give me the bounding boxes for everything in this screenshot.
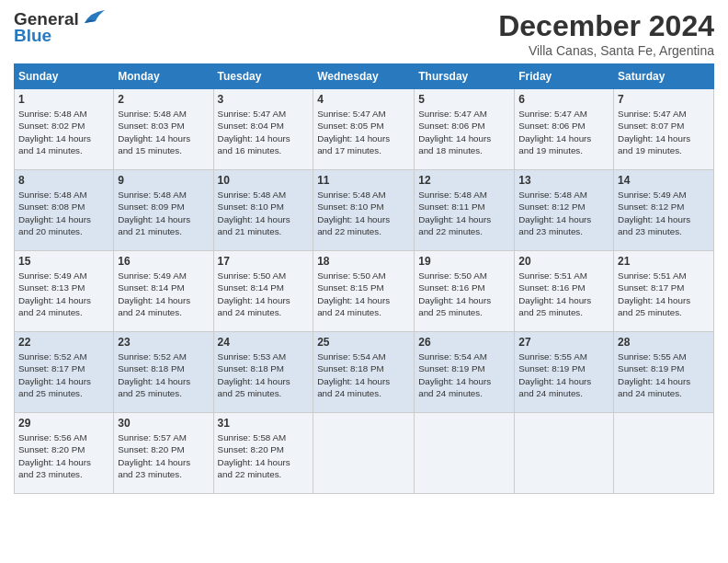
calendar-week-row: 29Sunrise: 5:56 AMSunset: 8:20 PMDayligh…: [15, 413, 714, 494]
day-info: Sunrise: 5:49 AMSunset: 8:12 PMDaylight:…: [618, 189, 710, 237]
day-info: Sunrise: 5:54 AMSunset: 8:19 PMDaylight:…: [418, 350, 510, 399]
day-number: 1: [18, 92, 109, 107]
day-info: Sunrise: 5:47 AMSunset: 8:04 PMDaylight:…: [218, 108, 310, 156]
day-info: Sunrise: 5:48 AMSunset: 8:10 PMDaylight:…: [317, 189, 410, 237]
day-info: Sunrise: 5:58 AMSunset: 8:20 PMDaylight:…: [218, 431, 310, 480]
day-info: Sunrise: 5:51 AMSunset: 8:16 PMDaylight:…: [518, 270, 609, 318]
calendar-cell: [415, 413, 515, 494]
day-number: 17: [218, 254, 310, 269]
calendar-cell: 12Sunrise: 5:48 AMSunset: 8:11 PMDayligh…: [415, 170, 515, 251]
day-number: 26: [418, 335, 510, 350]
calendar-cell: 5Sunrise: 5:47 AMSunset: 8:06 PMDaylight…: [415, 89, 515, 170]
calendar-cell: 27Sunrise: 5:55 AMSunset: 8:19 PMDayligh…: [515, 332, 614, 413]
col-friday: Friday: [515, 64, 614, 89]
day-info: Sunrise: 5:48 AMSunset: 8:11 PMDaylight:…: [418, 189, 510, 237]
day-info: Sunrise: 5:50 AMSunset: 8:14 PMDaylight:…: [218, 270, 310, 318]
day-info: Sunrise: 5:48 AMSunset: 8:02 PMDaylight:…: [18, 108, 109, 156]
page: General Blue December 2024 Villa Canas, …: [0, 0, 728, 563]
day-number: 11: [317, 173, 410, 188]
calendar-cell: 24Sunrise: 5:53 AMSunset: 8:18 PMDayligh…: [213, 332, 313, 413]
calendar-cell: 2Sunrise: 5:48 AMSunset: 8:03 PMDaylight…: [114, 89, 213, 170]
calendar-cell: 22Sunrise: 5:52 AMSunset: 8:17 PMDayligh…: [15, 332, 114, 413]
calendar-cell: 31Sunrise: 5:58 AMSunset: 8:20 PMDayligh…: [213, 413, 313, 494]
calendar-cell: 18Sunrise: 5:50 AMSunset: 8:15 PMDayligh…: [313, 251, 415, 332]
col-monday: Monday: [114, 64, 213, 89]
day-number: 14: [618, 173, 710, 188]
title-block: December 2024 Villa Canas, Santa Fe, Arg…: [498, 9, 714, 58]
calendar-cell: 6Sunrise: 5:47 AMSunset: 8:06 PMDaylight…: [515, 89, 614, 170]
col-saturday: Saturday: [614, 64, 714, 89]
calendar-cell: 25Sunrise: 5:54 AMSunset: 8:18 PMDayligh…: [313, 332, 415, 413]
calendar-cell: 21Sunrise: 5:51 AMSunset: 8:17 PMDayligh…: [614, 251, 714, 332]
calendar-cell: 20Sunrise: 5:51 AMSunset: 8:16 PMDayligh…: [515, 251, 614, 332]
calendar-header: Sunday Monday Tuesday Wednesday Thursday…: [15, 64, 714, 89]
day-info: Sunrise: 5:54 AMSunset: 8:18 PMDaylight:…: [317, 350, 410, 399]
day-number: 2: [118, 92, 209, 107]
day-number: 7: [618, 92, 710, 107]
col-tuesday: Tuesday: [213, 64, 313, 89]
day-number: 19: [418, 254, 510, 269]
calendar-body: 1Sunrise: 5:48 AMSunset: 8:02 PMDaylight…: [15, 89, 714, 494]
day-number: 9: [118, 173, 209, 188]
days-of-week-row: Sunday Monday Tuesday Wednesday Thursday…: [15, 64, 714, 89]
day-info: Sunrise: 5:47 AMSunset: 8:06 PMDaylight:…: [518, 108, 609, 156]
day-number: 5: [418, 92, 510, 107]
day-number: 24: [218, 335, 310, 350]
day-number: 22: [18, 335, 109, 350]
day-number: 12: [418, 173, 510, 188]
day-info: Sunrise: 5:50 AMSunset: 8:16 PMDaylight:…: [418, 270, 510, 318]
calendar-cell: 28Sunrise: 5:55 AMSunset: 8:19 PMDayligh…: [614, 332, 714, 413]
col-wednesday: Wednesday: [313, 64, 415, 89]
day-info: Sunrise: 5:49 AMSunset: 8:13 PMDaylight:…: [18, 270, 109, 318]
day-info: Sunrise: 5:47 AMSunset: 8:05 PMDaylight:…: [317, 108, 410, 156]
calendar-cell: 7Sunrise: 5:47 AMSunset: 8:07 PMDaylight…: [614, 89, 714, 170]
calendar-cell: 30Sunrise: 5:57 AMSunset: 8:20 PMDayligh…: [114, 413, 213, 494]
day-number: 4: [317, 92, 410, 107]
calendar-cell: 15Sunrise: 5:49 AMSunset: 8:13 PMDayligh…: [15, 251, 114, 332]
day-info: Sunrise: 5:51 AMSunset: 8:17 PMDaylight:…: [618, 270, 710, 318]
day-info: Sunrise: 5:50 AMSunset: 8:15 PMDaylight:…: [317, 270, 410, 318]
day-number: 8: [18, 173, 109, 188]
day-info: Sunrise: 5:52 AMSunset: 8:17 PMDaylight:…: [18, 350, 109, 399]
calendar-week-row: 1Sunrise: 5:48 AMSunset: 8:02 PMDaylight…: [15, 89, 714, 170]
calendar-cell: 19Sunrise: 5:50 AMSunset: 8:16 PMDayligh…: [415, 251, 515, 332]
calendar-cell: 29Sunrise: 5:56 AMSunset: 8:20 PMDayligh…: [15, 413, 114, 494]
calendar-cell: 4Sunrise: 5:47 AMSunset: 8:05 PMDaylight…: [313, 89, 415, 170]
calendar-cell: 26Sunrise: 5:54 AMSunset: 8:19 PMDayligh…: [415, 332, 515, 413]
day-info: Sunrise: 5:52 AMSunset: 8:18 PMDaylight:…: [118, 350, 209, 399]
logo: General Blue: [14, 9, 105, 46]
day-info: Sunrise: 5:47 AMSunset: 8:06 PMDaylight:…: [418, 108, 510, 156]
calendar-cell: 16Sunrise: 5:49 AMSunset: 8:14 PMDayligh…: [114, 251, 213, 332]
calendar-cell: 8Sunrise: 5:48 AMSunset: 8:08 PMDaylight…: [15, 170, 114, 251]
day-number: 23: [118, 335, 209, 350]
col-sunday: Sunday: [15, 64, 114, 89]
calendar-cell: 23Sunrise: 5:52 AMSunset: 8:18 PMDayligh…: [114, 332, 213, 413]
calendar-week-row: 15Sunrise: 5:49 AMSunset: 8:13 PMDayligh…: [15, 251, 714, 332]
day-number: 16: [118, 254, 209, 269]
day-number: 6: [518, 92, 609, 107]
calendar-week-row: 8Sunrise: 5:48 AMSunset: 8:08 PMDaylight…: [15, 170, 714, 251]
calendar-cell: [515, 413, 614, 494]
calendar-cell: 13Sunrise: 5:48 AMSunset: 8:12 PMDayligh…: [515, 170, 614, 251]
day-number: 25: [317, 335, 410, 350]
day-info: Sunrise: 5:48 AMSunset: 8:03 PMDaylight:…: [118, 108, 209, 156]
month-title: December 2024: [498, 9, 714, 43]
calendar-cell: 3Sunrise: 5:47 AMSunset: 8:04 PMDaylight…: [213, 89, 313, 170]
day-info: Sunrise: 5:49 AMSunset: 8:14 PMDaylight:…: [118, 270, 209, 318]
day-info: Sunrise: 5:55 AMSunset: 8:19 PMDaylight:…: [618, 350, 710, 399]
day-number: 3: [218, 92, 310, 107]
calendar-cell: 14Sunrise: 5:49 AMSunset: 8:12 PMDayligh…: [614, 170, 714, 251]
day-number: 10: [218, 173, 310, 188]
day-info: Sunrise: 5:48 AMSunset: 8:09 PMDaylight:…: [118, 189, 209, 237]
day-info: Sunrise: 5:48 AMSunset: 8:08 PMDaylight:…: [18, 189, 109, 237]
day-number: 21: [618, 254, 710, 269]
day-info: Sunrise: 5:47 AMSunset: 8:07 PMDaylight:…: [618, 108, 710, 156]
day-info: Sunrise: 5:53 AMSunset: 8:18 PMDaylight:…: [218, 350, 310, 399]
calendar-table: Sunday Monday Tuesday Wednesday Thursday…: [14, 63, 714, 494]
day-info: Sunrise: 5:56 AMSunset: 8:20 PMDaylight:…: [18, 431, 109, 480]
calendar-cell: 9Sunrise: 5:48 AMSunset: 8:09 PMDaylight…: [114, 170, 213, 251]
day-info: Sunrise: 5:57 AMSunset: 8:20 PMDaylight:…: [118, 431, 209, 480]
day-number: 18: [317, 254, 410, 269]
logo-bird-icon: [81, 8, 105, 27]
calendar-cell: 10Sunrise: 5:48 AMSunset: 8:10 PMDayligh…: [213, 170, 313, 251]
